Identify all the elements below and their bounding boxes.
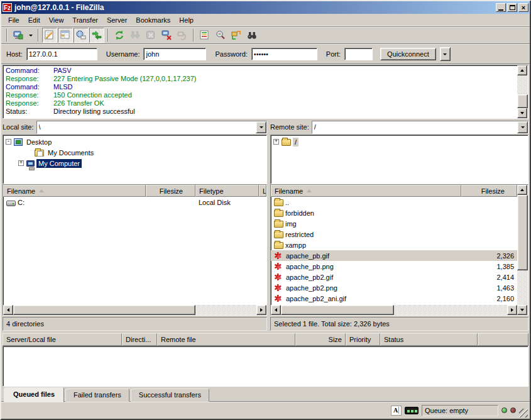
remote-site-input[interactable] — [312, 121, 517, 133]
directory-comparison-button[interactable] — [213, 28, 228, 43]
menu-item[interactable]: Edit — [24, 15, 45, 25]
reconnect-button[interactable] — [175, 28, 190, 43]
column-header[interactable]: Filesize — [146, 185, 195, 197]
username-input[interactable] — [143, 48, 206, 60]
queue-tab[interactable]: Queued files — [4, 387, 64, 402]
disconnect-button[interactable] — [159, 28, 174, 43]
resize-grip[interactable] — [519, 409, 528, 417]
file-row[interactable]: apache_pb2.png 1,463 — [271, 282, 517, 293]
file-row[interactable]: apache_pb2.gif 2,414 — [271, 272, 517, 282]
quickconnect-button[interactable]: Quickconnect — [380, 48, 436, 60]
menu-item[interactable]: Help — [175, 15, 198, 25]
maximize-button[interactable] — [507, 3, 517, 12]
queue-column-header[interactable]: Remote file — [157, 333, 295, 346]
log-entry-label: Status: — [6, 108, 53, 116]
column-header[interactable]: Filename — [271, 185, 461, 197]
toggle-message-log-button[interactable] — [42, 28, 57, 43]
tree-expander[interactable]: + — [273, 139, 279, 145]
site-manager-dropdown-button[interactable] — [26, 28, 35, 43]
scroll-right-button[interactable] — [256, 305, 266, 315]
tree-item[interactable]: My Documents — [3, 147, 266, 158]
menu-item[interactable]: Server — [102, 15, 131, 25]
remote-list-hscrollbar[interactable] — [271, 305, 517, 315]
scroll-left-button[interactable] — [271, 305, 281, 315]
port-input[interactable] — [344, 48, 373, 60]
scrollbar-thumb[interactable] — [281, 305, 394, 315]
scroll-up-button[interactable] — [517, 185, 527, 195]
tree-item[interactable]: - Desktop — [3, 136, 266, 147]
tree-expander[interactable]: + — [18, 160, 24, 166]
file-row[interactable]: apache_pb2_ani.gif 2,160 — [271, 293, 517, 304]
cancel-button[interactable] — [143, 28, 158, 43]
file-row[interactable]: img — [271, 218, 517, 229]
file-row[interactable]: .. — [271, 197, 517, 207]
tree-item-label[interactable]: My Computer — [36, 159, 82, 168]
site-manager-button[interactable] — [11, 28, 26, 43]
scroll-right-button[interactable] — [507, 305, 517, 315]
close-button[interactable]: × — [518, 3, 528, 12]
toggle-remote-tree-button[interactable] — [74, 28, 89, 43]
queue-column-header[interactable]: Status — [380, 333, 478, 346]
file-row[interactable]: apache_pb.gif 2,326 — [271, 250, 517, 261]
file-row[interactable]: restricted — [271, 229, 517, 240]
tree-item-label[interactable]: My Documents — [46, 148, 96, 157]
local-site-dropdown-button[interactable] — [256, 121, 266, 133]
file-row[interactable]: forbidden — [271, 207, 517, 218]
tree-item[interactable]: + / — [271, 136, 528, 147]
file-name: apache_pb2_ani.gif — [286, 295, 346, 302]
queue-column-header[interactable] — [478, 333, 528, 346]
find-files-button[interactable] — [244, 28, 260, 43]
file-row[interactable]: xampp — [271, 240, 517, 250]
remote-list-vscrollbar[interactable] — [517, 185, 528, 315]
file-row[interactable]: apache_pb.png 1,385 — [271, 261, 517, 272]
column-header[interactable]: L — [259, 185, 266, 197]
process-queue-button[interactable] — [128, 28, 143, 43]
queue-column-header[interactable]: Server/Local file — [3, 333, 122, 346]
scrollbar-thumb[interactable] — [517, 94, 528, 108]
column-header[interactable]: Filetype — [195, 185, 259, 197]
menu-item[interactable]: File — [4, 15, 24, 25]
local-site-input[interactable] — [37, 121, 256, 133]
log-entry: Command: MLSD — [6, 83, 517, 91]
toggle-local-tree-button[interactable] — [58, 28, 73, 43]
refresh-button[interactable] — [112, 28, 127, 43]
filter-button[interactable] — [197, 28, 212, 43]
scrollbar-thumb[interactable] — [517, 195, 528, 270]
file-name: apache_pb.gif — [286, 252, 329, 260]
quickconnect-bar: Host: Username: Password: Port: Quickcon… — [1, 44, 530, 64]
menu-item[interactable]: Bookmarks — [131, 15, 175, 25]
queue-header: Server/Local fileDirecti...Remote fileSi… — [3, 333, 528, 346]
menu-item[interactable]: Transfer — [68, 15, 102, 25]
file-row[interactable]: C: Local Disk — [3, 197, 266, 207]
scroll-left-button[interactable] — [3, 305, 13, 315]
log-entry-text: Directory listing successful — [53, 108, 135, 116]
username-label: Username: — [106, 50, 140, 58]
queue-column-header[interactable]: Priority — [346, 333, 380, 346]
queue-tab[interactable]: Successful transfers — [131, 389, 209, 402]
menu-item[interactable]: View — [45, 15, 68, 25]
toggle-transfer-queue-button[interactable] — [89, 28, 104, 43]
queue-tab[interactable]: Failed transfers — [65, 389, 129, 402]
tree-item-label[interactable]: Desktop — [25, 138, 53, 146]
scrollbar-thumb[interactable] — [13, 305, 195, 315]
tree-item-label[interactable]: / — [293, 138, 298, 146]
minimize-button[interactable] — [496, 3, 506, 12]
tree-item[interactable]: + My Computer — [3, 158, 266, 169]
scroll-up-button[interactable] — [517, 65, 527, 75]
synchronized-browsing-button[interactable] — [229, 28, 244, 43]
scroll-down-button[interactable] — [517, 108, 527, 118]
tree-expander[interactable]: - — [6, 139, 11, 145]
quickconnect-dropdown-button[interactable] — [440, 47, 451, 61]
host-input[interactable] — [26, 48, 97, 60]
remote-site-dropdown-button[interactable] — [517, 121, 528, 133]
column-header[interactable]: Filename — [3, 185, 146, 197]
password-input[interactable] — [251, 48, 317, 60]
queue-column-header[interactable]: Directi... — [122, 333, 157, 346]
remote-tree-pane: Remote site: + / — [270, 119, 528, 184]
queue-column-header[interactable]: Size — [295, 333, 346, 346]
log-scrollbar[interactable] — [517, 65, 528, 118]
column-header[interactable]: Filesize — [461, 185, 517, 197]
scroll-down-button[interactable] — [517, 305, 527, 315]
triangle-right-icon — [511, 308, 515, 312]
local-list-hscrollbar[interactable] — [3, 305, 266, 315]
